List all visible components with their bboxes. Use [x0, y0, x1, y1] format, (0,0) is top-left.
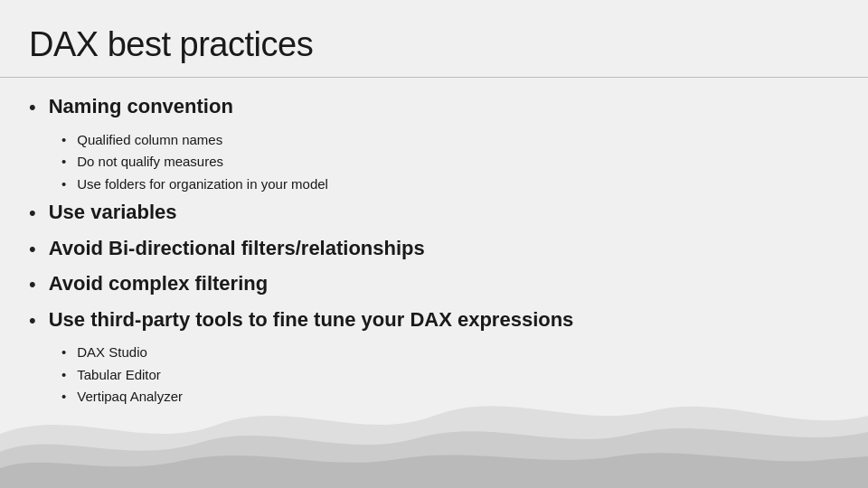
content-area: • Naming convention • Qualified column n… [0, 78, 868, 408]
sub-dot-3: • [61, 174, 66, 195]
bullet-naming: • Naming convention • Qualified column n… [29, 94, 839, 194]
sub-text-tabular-editor: Tabular Editor [77, 365, 161, 386]
sub-text-2: Do not qualify measures [77, 152, 223, 173]
sub-dot-dax-studio: • [61, 343, 66, 363]
bullet-variables: • Use variables [29, 200, 839, 227]
bullet-label-naming: Naming convention [49, 94, 233, 120]
sub-bullet-dax-studio: • DAX Studio [61, 343, 839, 363]
bullet-dot-tools: • [29, 308, 36, 334]
bullet-dot-bidirectional: • [29, 237, 36, 263]
sub-bullets-naming: • Qualified column names • Do not qualif… [61, 130, 839, 195]
sub-dot-2: • [61, 152, 66, 173]
sub-text-vertipaq: Vertipaq Analyzer [77, 387, 183, 408]
bullet-label-bidirectional: Avoid Bi-directional filters/relationshi… [49, 236, 425, 262]
title-area: DAX best practices [0, 0, 868, 78]
slide: DAX best practices • Naming convention •… [0, 0, 868, 488]
sub-bullet-3: • Use folders for organization in your m… [61, 174, 839, 195]
sub-bullets-tools: • DAX Studio • Tabular Editor • Vertipaq… [61, 343, 839, 408]
sub-bullet-tabular-editor: • Tabular Editor [61, 365, 839, 386]
bullet-tools: • Use third-party tools to fine tune you… [29, 307, 839, 408]
bullet-label-tools: Use third-party tools to fine tune your … [49, 307, 574, 333]
sub-bullet-vertipaq: • Vertipaq Analyzer [61, 387, 839, 408]
sub-dot-1: • [61, 130, 66, 151]
bullet-dot-variables: • [29, 201, 36, 227]
sub-bullet-1: • Qualified column names [61, 130, 839, 151]
bullet-complex: • Avoid complex filtering [29, 271, 839, 298]
bullet-label-complex: Avoid complex filtering [49, 271, 268, 297]
sub-bullet-2: • Do not qualify measures [61, 152, 839, 173]
sub-text-dax-studio: DAX Studio [77, 343, 147, 363]
sub-dot-tabular-editor: • [61, 365, 66, 386]
sub-text-1: Qualified column names [77, 130, 222, 151]
bullet-label-variables: Use variables [49, 200, 177, 226]
sub-text-3: Use folders for organization in your mod… [77, 174, 328, 195]
slide-title: DAX best practices [29, 25, 839, 64]
bullet-dot-naming: • [29, 95, 36, 121]
bullet-bidirectional: • Avoid Bi-directional filters/relations… [29, 236, 839, 263]
bullet-dot-complex: • [29, 272, 36, 298]
sub-dot-vertipaq: • [61, 387, 66, 408]
